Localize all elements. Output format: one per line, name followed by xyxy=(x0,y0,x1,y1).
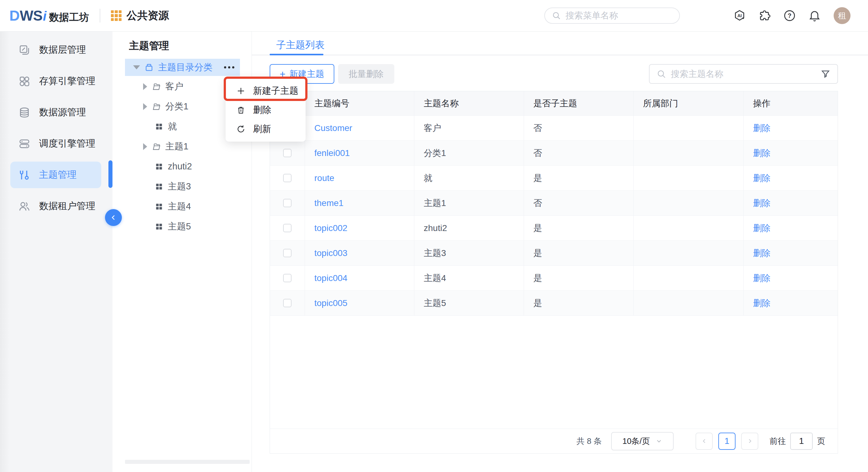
table-empty-area xyxy=(270,316,838,429)
page-size-select[interactable]: 10条/页 xyxy=(611,432,674,450)
sidebar-item-data-tenant[interactable]: 数据租户管理 xyxy=(10,193,101,219)
delete-link[interactable]: 删除 xyxy=(753,297,771,309)
delete-link[interactable]: 删除 xyxy=(753,122,771,134)
logo-product-name: 数据工坊 xyxy=(49,11,89,24)
topic-name: 分类1 xyxy=(414,141,524,165)
goto-page-input[interactable] xyxy=(790,433,813,450)
table-row: topic005 主题5 是 删除 xyxy=(270,291,838,316)
tree-node-topic[interactable]: 主题4 xyxy=(113,198,251,215)
notification-bell-icon[interactable] xyxy=(808,9,821,22)
tree-node-label: zhuti2 xyxy=(168,161,192,172)
tree-node-topic[interactable]: 主题3 xyxy=(113,178,251,195)
prev-page-button[interactable] xyxy=(695,433,713,450)
topic-code-link[interactable]: theme1 xyxy=(314,198,343,208)
topic-code-link[interactable]: topic003 xyxy=(314,248,347,258)
topic-name: 主题3 xyxy=(414,241,524,265)
row-checkbox[interactable] xyxy=(283,174,291,182)
delete-link[interactable]: 删除 xyxy=(753,147,771,159)
topic-code-link[interactable]: topic004 xyxy=(314,273,347,283)
row-checkbox[interactable] xyxy=(283,299,291,307)
menu-search-input[interactable] xyxy=(565,11,673,21)
sidebar-collapse-button[interactable] xyxy=(105,209,122,226)
topic-code-link[interactable]: Customer xyxy=(314,123,352,133)
svg-text:AI: AI xyxy=(737,13,742,18)
tree-node-label: 主题3 xyxy=(168,180,191,193)
search-icon xyxy=(552,11,561,20)
current-page-button[interactable]: 1 xyxy=(718,433,736,450)
topic-table: 主题编号 主题名称 是否子主题 所属部门 操作 Customer 客户 否 删除… xyxy=(270,91,838,453)
caret-right-icon[interactable] xyxy=(143,83,147,90)
topic-search-box[interactable] xyxy=(649,64,838,84)
menu-item-delete[interactable]: 删除 xyxy=(226,100,306,119)
caret-down-icon[interactable] xyxy=(133,65,140,69)
more-actions-icon[interactable] xyxy=(224,66,234,68)
table-toolbar: + 新建主题 批量删除 xyxy=(270,64,838,84)
next-page-button[interactable] xyxy=(741,433,758,450)
menu-item-label: 刷新 xyxy=(253,123,271,135)
is-sub-topic: 否 xyxy=(524,191,634,215)
is-sub-topic: 否 xyxy=(524,116,634,140)
topic-code-link[interactable]: topic005 xyxy=(314,298,347,308)
table-row: theme1 主题1 否 删除 xyxy=(270,191,838,216)
is-sub-topic: 是 xyxy=(524,291,634,315)
compute-engine-icon xyxy=(19,75,30,87)
topic-code-link[interactable]: fenlei001 xyxy=(314,148,350,158)
row-checkbox[interactable] xyxy=(283,249,291,257)
tree-horizontal-scrollbar[interactable] xyxy=(125,460,250,464)
topic-search-input[interactable] xyxy=(671,69,816,79)
table-row: fenlei001 分类1 否 删除 xyxy=(270,141,838,166)
grid-icon xyxy=(155,162,163,171)
menu-item-new-sub-topic[interactable]: 新建子主题 xyxy=(226,81,306,100)
delete-link[interactable]: 删除 xyxy=(753,272,771,284)
menu-search-box[interactable] xyxy=(544,7,680,24)
pagination-bar: 共 8 条 10条/页 1 前往 页 xyxy=(270,429,838,453)
topic-name: zhuti2 xyxy=(414,216,524,240)
delete-link[interactable]: 删除 xyxy=(753,247,771,259)
app-switch-menu[interactable]: 公共资源 xyxy=(111,8,169,23)
delete-link[interactable]: 删除 xyxy=(753,222,771,234)
filter-funnel-icon[interactable] xyxy=(820,69,831,79)
topic-name: 就 xyxy=(414,166,524,190)
tree-root-node[interactable]: 主题目录分类 xyxy=(125,59,240,76)
refresh-icon xyxy=(236,124,246,134)
tab-sub-topic-list[interactable]: 子主题列表 xyxy=(276,38,324,52)
user-avatar[interactable]: 租 xyxy=(834,7,850,24)
menu-item-refresh[interactable]: 刷新 xyxy=(226,119,306,139)
topic-name: 客户 xyxy=(414,116,524,140)
topic-code-link[interactable]: topic002 xyxy=(314,223,347,233)
grid-icon xyxy=(155,182,163,191)
row-checkbox[interactable] xyxy=(283,274,291,282)
sidebar-item-topic-management[interactable]: 主题管理 xyxy=(10,161,101,188)
delete-link[interactable]: 删除 xyxy=(753,197,771,209)
batch-delete-button[interactable]: 批量删除 xyxy=(338,64,394,84)
column-header-name: 主题名称 xyxy=(414,91,524,115)
delete-link[interactable]: 删除 xyxy=(753,172,771,184)
row-checkbox[interactable] xyxy=(283,224,291,232)
sidebar-item-data-layer[interactable]: 数据层管理 xyxy=(10,36,101,63)
plus-icon: + xyxy=(280,69,286,79)
help-icon[interactable]: ? xyxy=(783,9,796,22)
caret-right-icon[interactable] xyxy=(143,103,147,110)
grid-icon xyxy=(155,222,163,231)
table-row: Customer 客户 否 删除 xyxy=(270,116,838,141)
folder-icon xyxy=(152,82,161,91)
is-sub-topic: 是 xyxy=(524,266,634,290)
sidebar-item-compute-engine[interactable]: 存算引擎管理 xyxy=(10,68,101,94)
sidebar-item-scheduler[interactable]: 调度引擎管理 xyxy=(10,130,101,157)
page-unit-label: 页 xyxy=(817,436,825,447)
sidebar-item-data-source[interactable]: 数据源管理 xyxy=(10,99,101,126)
department xyxy=(634,266,744,290)
tree-node-topic[interactable]: zhuti2 xyxy=(113,158,251,175)
column-header-code: 主题编号 xyxy=(305,91,414,115)
caret-right-icon[interactable] xyxy=(143,143,147,150)
row-checkbox[interactable] xyxy=(283,149,291,157)
plugin-puzzle-icon[interactable] xyxy=(758,9,771,22)
row-checkbox[interactable] xyxy=(283,199,291,207)
tree-node-topic[interactable]: 主题5 xyxy=(113,218,251,235)
table-row: topic004 主题4 是 删除 xyxy=(270,266,838,291)
ai-assistant-icon[interactable]: AI xyxy=(733,9,746,22)
department xyxy=(634,216,744,240)
topic-code-link[interactable]: route xyxy=(314,173,334,183)
tree-root-label: 主题目录分类 xyxy=(158,61,213,74)
department xyxy=(634,141,744,165)
